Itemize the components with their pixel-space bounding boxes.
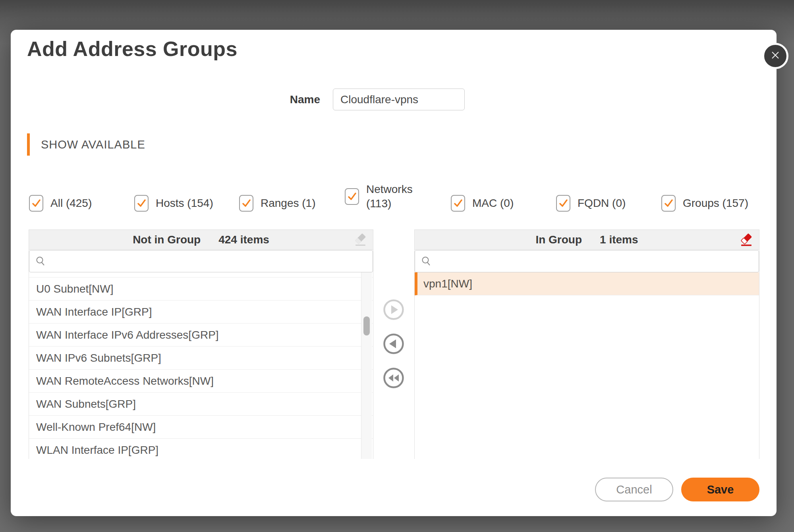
filter-checkbox-item[interactable]: Ranges (1) — [239, 195, 316, 212]
eraser-icon[interactable] — [353, 233, 368, 248]
filter-checkbox-item[interactable]: Networks (113) — [345, 182, 419, 211]
list-item[interactable]: WLAN Interface IP[GRP] — [29, 439, 373, 459]
filter-checkbox-item[interactable]: MAC (0) — [451, 195, 514, 212]
list-item[interactable]: Well-Known Pref64[NW] — [29, 416, 373, 439]
section-title: SHOW AVAILABLE — [41, 133, 145, 156]
list-item-label: WAN RemoteAccess Networks[NW] — [36, 375, 214, 387]
list-item-label: Well-Known Pref64[NW] — [36, 421, 156, 434]
list-item-label: WAN Subnets[GRP] — [36, 398, 136, 411]
checkbox-checked-icon[interactable] — [661, 195, 676, 212]
checkbox-checked-icon[interactable] — [345, 188, 359, 205]
filter-checkbox-item[interactable]: FQDN (0) — [556, 195, 626, 212]
list-item-label: WAN IPv6 Subnets[GRP] — [36, 352, 161, 364]
search-icon — [415, 256, 432, 267]
filter-checkbox-item[interactable]: All (425) — [29, 195, 92, 212]
panel-title: Not in Group — [133, 233, 201, 246]
list-item-label: WAN Interface IP[GRP] — [36, 306, 152, 318]
double-arrow-left-circle-icon — [383, 367, 404, 389]
checkbox-checked-icon[interactable] — [239, 195, 253, 212]
close-icon — [770, 50, 781, 62]
list-item[interactable]: WAN Interface IPv6 Addresses[GRP] — [29, 324, 373, 347]
section-accent-bar — [27, 133, 30, 156]
list-item-label: WAN Interface IPv6 Addresses[GRP] — [36, 329, 219, 341]
filter-checkbox-item[interactable]: Hosts (154) — [134, 195, 213, 212]
in-group-list: vpn1[NW] — [415, 272, 759, 459]
add-address-groups-dialog: Add Address Groups Name SHOW AVAILABLE A… — [11, 30, 777, 516]
checkbox-checked-icon[interactable] — [451, 195, 465, 212]
filter-label: Ranges (1) — [261, 197, 316, 210]
filter-label: Groups (157) — [683, 197, 748, 210]
in-group-header: In Group 1 items — [415, 230, 759, 250]
arrow-left-circle-icon — [383, 333, 404, 355]
partial-scrolled-row — [29, 272, 373, 278]
move-right-button[interactable] — [383, 299, 404, 320]
panel-item-count: 1 items — [600, 233, 638, 246]
list-item[interactable]: U0 Subnet[NW] — [29, 278, 373, 301]
in-group-searchbox — [415, 250, 759, 272]
eraser-icon[interactable] — [739, 233, 754, 248]
filter-label: Networks (113) — [366, 182, 419, 211]
filter-label: All (425) — [50, 197, 92, 210]
in-group-panel: In Group 1 items — [414, 229, 759, 459]
cancel-button[interactable]: Cancel — [595, 478, 673, 501]
screen: Add Address Groups Name SHOW AVAILABLE A… — [0, 0, 794, 532]
checkbox-checked-icon[interactable] — [556, 195, 570, 212]
list-item-label: vpn1[NW] — [423, 278, 472, 290]
checkbox-checked-icon[interactable] — [134, 195, 149, 212]
scrollbar-thumb[interactable] — [363, 316, 370, 335]
list-item[interactable]: WAN Subnets[GRP] — [29, 393, 373, 416]
filter-label: MAC (0) — [472, 197, 514, 210]
move-all-left-button[interactable] — [383, 367, 404, 389]
panel-title: In Group — [535, 233, 582, 246]
not-in-group-searchbox — [29, 250, 373, 272]
arrow-right-circle-icon — [383, 299, 404, 320]
filter-label: FQDN (0) — [578, 197, 626, 210]
list-item[interactable]: WAN Interface IP[GRP] — [29, 301, 373, 324]
list-item[interactable]: vpn1[NW] — [415, 272, 759, 295]
search-icon — [29, 256, 46, 267]
panel-item-count: 424 items — [218, 233, 269, 246]
filter-label: Hosts (154) — [156, 197, 213, 210]
not-in-group-search-input[interactable] — [46, 251, 373, 272]
list-item-label: WLAN Interface IP[GRP] — [36, 444, 158, 457]
list-item[interactable]: WAN RemoteAccess Networks[NW] — [29, 370, 373, 393]
not-in-group-list: U0 Subnet[NW] WAN Interface IP[GRP] WAN … — [29, 272, 373, 459]
save-button[interactable]: Save — [681, 478, 759, 501]
close-button[interactable] — [762, 43, 788, 69]
filter-checkbox-item[interactable]: Groups (157) — [661, 195, 748, 212]
checkbox-checked-icon[interactable] — [29, 195, 43, 212]
list-item[interactable]: WAN IPv6 Subnets[GRP] — [29, 347, 373, 370]
not-in-group-panel: Not in Group 424 items — [29, 229, 373, 459]
in-group-search-input[interactable] — [432, 251, 759, 272]
name-label: Name — [225, 89, 320, 110]
move-left-button[interactable] — [383, 333, 404, 355]
not-in-group-header: Not in Group 424 items — [29, 230, 373, 250]
list-item-label: U0 Subnet[NW] — [36, 283, 114, 295]
scrollbar-track[interactable] — [361, 272, 372, 459]
name-input[interactable] — [333, 89, 465, 110]
dialog-title: Add Address Groups — [27, 37, 238, 61]
